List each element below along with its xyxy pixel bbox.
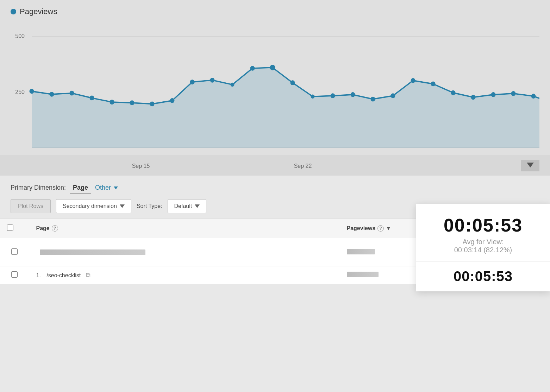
row1-page-cell: 1. /seo-checklist ⧉ [29, 266, 340, 284]
primary-dimension-row: Primary Dimension: Page Other [11, 183, 539, 193]
svg-marker-3 [527, 163, 534, 167]
chart-point-11[interactable] [250, 66, 255, 71]
chart-wrapper: 500 250 [11, 21, 539, 155]
scroll-right-button[interactable] [521, 160, 539, 171]
chart-point-peak[interactable] [270, 65, 275, 70]
tooltip-overlay: 00:05:53 Avg for View: 00:03:14 (82.12%)… [416, 204, 550, 291]
chart-point-9[interactable] [210, 78, 214, 82]
chart-point-12[interactable] [290, 81, 295, 85]
main-container: Pageviews 500 250 [0, 0, 550, 291]
x-label-sep15: Sep 15 [132, 163, 150, 169]
select-all-checkbox[interactable] [7, 225, 13, 231]
primary-dimension-label: Primary Dimension: [11, 184, 66, 191]
sort-dropdown-arrow-icon [195, 204, 200, 208]
y-label-500: 500 [15, 33, 25, 39]
chart-legend: Pageviews [11, 7, 539, 16]
svg-marker-5 [195, 204, 200, 208]
row1-num: 1. [36, 272, 41, 278]
chart-point-17[interactable] [391, 94, 395, 98]
row-checkbox-cell [0, 238, 29, 266]
chevron-down-icon [527, 163, 534, 167]
tooltip-row: 00:05:53 [416, 261, 550, 291]
sort-type-dropdown[interactable]: Default [168, 199, 207, 213]
chart-point-22[interactable] [491, 93, 495, 97]
row-checkbox[interactable] [11, 248, 18, 255]
tooltip-avg-value: 00:03:14 (82.12%) [427, 246, 539, 254]
chart-point-20[interactable] [451, 90, 455, 95]
page-help-icon[interactable]: ? [52, 225, 58, 232]
pageviews-sort-icon[interactable]: ▼ [386, 226, 391, 231]
chart-point-21[interactable] [471, 95, 475, 100]
svg-marker-4 [120, 204, 125, 208]
pageviews-help-icon[interactable]: ? [377, 225, 384, 232]
chart-point-2[interactable] [70, 91, 74, 95]
chart-point-0[interactable] [30, 89, 34, 94]
secondary-dimension-dropdown[interactable]: Secondary dimension [56, 199, 131, 213]
legend-label: Pageviews [20, 7, 57, 16]
dropdown-arrow-icon [120, 204, 125, 208]
page-dimension-button[interactable]: Page [70, 183, 91, 193]
other-dimension-button[interactable]: Other [95, 184, 118, 191]
sort-type-label: Sort Type: [137, 203, 162, 209]
chart-point-15[interactable] [351, 93, 355, 97]
chart-area [32, 68, 539, 148]
row1-checkbox-cell [0, 266, 29, 284]
x-label-sep22: Sep 22 [294, 163, 312, 169]
th-checkbox [0, 219, 29, 238]
row1-page-link[interactable]: /seo-checklist [46, 272, 81, 278]
tooltip-main: 00:05:53 Avg for View: 00:03:14 (82.12%) [416, 204, 550, 261]
chart-point-23[interactable] [511, 91, 515, 96]
chart-point-6[interactable] [150, 102, 154, 106]
legend-dot [11, 9, 16, 14]
chart-point-14[interactable] [331, 94, 335, 98]
chart-point-7[interactable] [170, 99, 174, 103]
chart-point-4[interactable] [110, 100, 114, 105]
chart-point-19[interactable] [431, 82, 435, 86]
chart-point-5[interactable] [130, 101, 134, 105]
chart-section: Pageviews 500 250 [0, 0, 550, 155]
chart-point-10[interactable] [231, 83, 234, 87]
chart-point-8[interactable] [190, 80, 194, 84]
other-chevron-icon [114, 186, 118, 189]
tooltip-time-large: 00:05:53 [427, 215, 539, 236]
chart-point-18[interactable] [411, 78, 415, 83]
chart-point-13[interactable] [311, 95, 314, 99]
tooltip-row-time: 00:05:53 [427, 268, 539, 284]
chart-point-3[interactable] [90, 96, 94, 100]
y-label-250: 250 [15, 88, 25, 95]
tooltip-avg-label: Avg for View: [427, 238, 539, 246]
table-section: Page ? Pageviews ? ▼ Unique [0, 219, 550, 291]
th-page: Page ? [29, 219, 340, 238]
chart-point-16[interactable] [371, 97, 375, 101]
chart-point-24[interactable] [531, 94, 536, 99]
row1-copy-icon[interactable]: ⧉ [86, 272, 90, 279]
x-axis-labels: Sep 15 Sep 22 [11, 158, 504, 173]
row1-checkbox[interactable] [11, 271, 18, 278]
chart-svg: 500 250 [11, 21, 539, 155]
chart-point-1[interactable] [50, 92, 54, 97]
plot-rows-button[interactable]: Plot Rows [11, 199, 51, 213]
row-page-cell [29, 238, 340, 266]
